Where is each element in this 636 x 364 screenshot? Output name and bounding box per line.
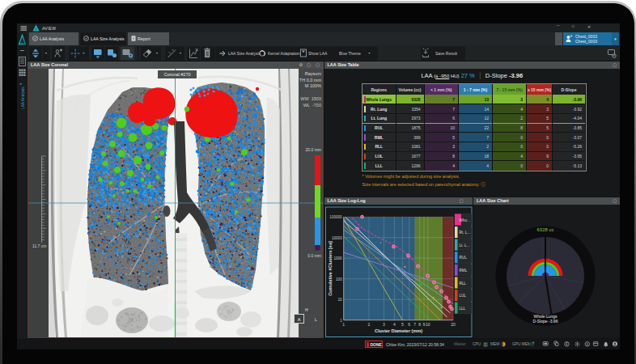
svg-text:20: 20	[451, 322, 456, 327]
svg-text:6328 cc: 6328 cc	[536, 227, 553, 232]
svg-text:Who…: Who…	[459, 218, 470, 222]
svg-text:1: 1	[340, 319, 342, 323]
svg-text:4: 4	[393, 322, 396, 327]
svg-text:100: 100	[336, 277, 342, 281]
svg-text:Cumulative #Clusters [ea]: Cumulative #Clusters [ea]	[327, 241, 332, 296]
svg-text:1: 1	[342, 322, 345, 327]
svg-text:LUL: LUL	[459, 294, 466, 298]
svg-text:10000: 10000	[331, 236, 341, 240]
svg-text:6: 6	[408, 322, 410, 327]
svg-text:2: 2	[367, 322, 370, 327]
svg-text:5: 5	[401, 322, 404, 327]
svg-text:3: 3	[383, 322, 385, 327]
svg-text:LLL: LLL	[459, 307, 465, 311]
svg-text:Cluster Diameter (mm): Cluster Diameter (mm)	[375, 328, 422, 333]
svg-text:10: 10	[337, 298, 342, 302]
svg-text:LAA Analysis: LAA Analysis	[21, 87, 25, 109]
svg-text:RLL: RLL	[459, 281, 466, 286]
svg-text:Whole Lungs: Whole Lungs	[533, 314, 558, 319]
svg-text:7: 7	[413, 322, 416, 327]
svg-text:1000: 1000	[333, 256, 342, 260]
svg-text:S: S	[587, 343, 589, 346]
svg-text:RUL: RUL	[459, 256, 467, 260]
svg-text:Rt. L…: Rt. L…	[459, 231, 470, 235]
svg-text:100000: 100000	[329, 215, 342, 219]
svg-text:10: 10	[426, 322, 430, 327]
svg-text:8: 8	[418, 322, 421, 327]
svg-text:RML: RML	[459, 269, 467, 273]
svg-text:D-Slope -3.96: D-Slope -3.96	[533, 319, 558, 324]
svg-text:Lt. L…: Lt. L…	[459, 243, 470, 248]
